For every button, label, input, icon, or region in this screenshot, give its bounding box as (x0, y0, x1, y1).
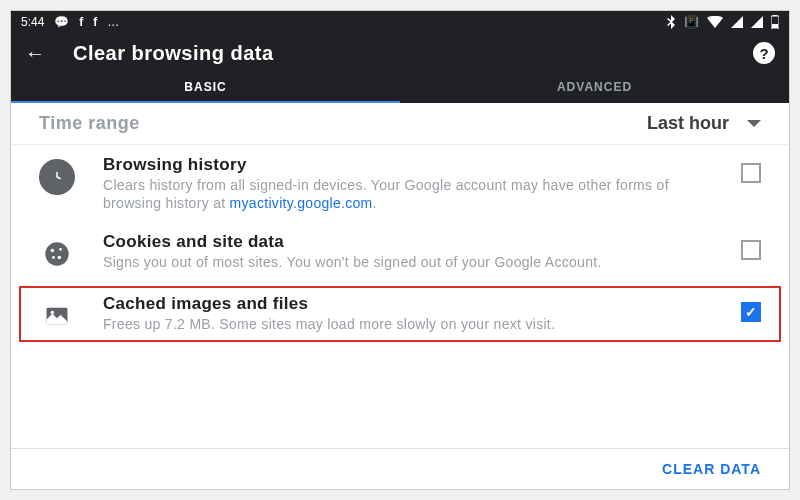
list-item-cookies[interactable]: Cookies and site dataSigns you out of mo… (11, 222, 789, 282)
back-button[interactable]: ← (25, 42, 45, 65)
options-list: Browsing historyClears history from all … (11, 145, 789, 448)
tab-advanced[interactable]: ADVANCED (400, 73, 789, 103)
item-checkbox[interactable] (741, 240, 761, 260)
time-range-label: Time range (39, 113, 140, 134)
battery-icon (771, 15, 779, 29)
signal-icon (731, 16, 743, 28)
time-range-selector[interactable]: Time range Last hour (11, 103, 789, 145)
svg-point-8 (52, 256, 55, 259)
help-button[interactable]: ? (753, 42, 775, 64)
more-icon: … (107, 15, 119, 29)
svg-rect-1 (773, 15, 777, 16)
item-desc-link[interactable]: myactivity.google.com (230, 195, 373, 211)
page-title: Clear browsing data (73, 42, 725, 65)
item-desc-text: Signs you out of most sites. You won't b… (103, 254, 602, 270)
item-checkbox[interactable] (741, 163, 761, 183)
item-desc-text: . (373, 195, 377, 211)
svg-point-6 (59, 248, 62, 251)
time-range-value: Last hour (647, 113, 729, 134)
item-desc-text: Frees up 7.2 MB. Some sites may load mor… (103, 316, 555, 332)
item-title: Cached images and files (103, 294, 713, 314)
item-desc: Clears history from all signed-in device… (103, 177, 713, 212)
item-desc: Frees up 7.2 MB. Some sites may load mor… (103, 316, 713, 334)
cookie-icon (39, 236, 75, 272)
item-desc-text: Clears history from all signed-in device… (103, 177, 669, 211)
status-bar: 5:44 💬 f f … 📳 (11, 11, 789, 33)
app-bar: ← Clear browsing data ? (11, 33, 789, 73)
facebook-icon: f (93, 15, 97, 29)
item-title: Browsing history (103, 155, 713, 175)
footer: CLEAR DATA (11, 448, 789, 489)
svg-point-5 (51, 249, 55, 253)
item-desc: Signs you out of most sites. You won't b… (103, 254, 713, 272)
status-time: 5:44 (21, 15, 44, 29)
clear-data-button[interactable]: CLEAR DATA (662, 461, 761, 477)
vibrate-icon: 📳 (684, 15, 699, 29)
chat-icon: 💬 (54, 15, 69, 29)
svg-point-7 (58, 256, 62, 260)
bluetooth-icon (666, 15, 676, 29)
svg-point-4 (45, 242, 68, 265)
svg-rect-2 (772, 24, 778, 28)
signal-icon (751, 16, 763, 28)
list-item-cache[interactable]: Cached images and filesFrees up 7.2 MB. … (17, 284, 783, 344)
tab-bar: BASIC ADVANCED (11, 73, 789, 103)
facebook-icon: f (79, 15, 83, 29)
list-item-history[interactable]: Browsing historyClears history from all … (11, 145, 789, 222)
screen: 5:44 💬 f f … 📳 ← Clear (10, 10, 790, 490)
image-icon (39, 298, 75, 334)
item-checkbox[interactable] (741, 302, 761, 322)
clock-icon (39, 159, 75, 195)
chevron-down-icon (747, 120, 761, 127)
item-title: Cookies and site data (103, 232, 713, 252)
wifi-icon (707, 16, 723, 28)
svg-point-10 (51, 311, 55, 315)
tab-basic[interactable]: BASIC (11, 73, 400, 103)
